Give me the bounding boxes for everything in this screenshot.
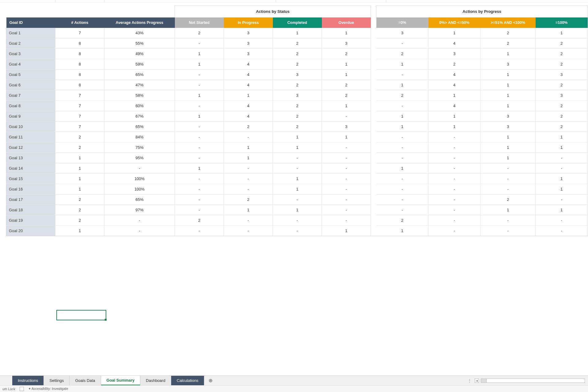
cell-prog-51-99[interactable]: 1 — [481, 101, 536, 111]
cell-prog-0-50[interactable]: - — [428, 132, 481, 142]
cell-completed[interactable]: 1 — [273, 184, 322, 194]
cell-overdue[interactable]: - — [322, 153, 371, 163]
cell-goal-id[interactable]: Goal 13 — [6, 153, 55, 163]
col-header-overdue[interactable]: Overdue — [322, 17, 371, 28]
cell-prog-0-50[interactable]: - — [428, 153, 481, 163]
cell-not-started[interactable]: - — [175, 142, 224, 153]
cell-completed[interactable]: 1 — [273, 28, 322, 38]
cell-prog-0-50[interactable]: - — [428, 163, 481, 174]
cell-goal-id[interactable]: Goal 19 — [6, 215, 55, 226]
cell-in-progress[interactable]: 1 — [224, 153, 273, 163]
cell-prog-0[interactable]: 1 — [376, 80, 428, 90]
cell-in-progress[interactable]: - — [224, 174, 273, 184]
accessibility-status[interactable]: ✦ Accessibility: Investigate — [28, 387, 68, 391]
cell-prog-0-50[interactable]: 4 — [428, 70, 481, 80]
table-row[interactable]: Goal 6847%-4221412 — [6, 80, 588, 90]
table-row[interactable]: Goal 161100%--1----1 — [6, 184, 588, 194]
col-header-not-started[interactable]: Not Started — [175, 17, 224, 28]
table-row[interactable]: Goal 10765%-2231132 — [6, 122, 588, 132]
cell-actions[interactable]: 1 — [55, 174, 104, 184]
cell-overdue[interactable]: 1 — [322, 70, 371, 80]
cell-prog-0[interactable]: - — [376, 142, 428, 153]
cell-overdue[interactable]: - — [322, 163, 371, 174]
cell-in-progress[interactable]: 3 — [224, 28, 273, 38]
col-header-prog-51-99[interactable]: >=51% AND <100% — [481, 17, 536, 28]
cell-goal-id[interactable]: Goal 2 — [6, 38, 55, 49]
cell-goal-id[interactable]: Goal 17 — [6, 194, 55, 205]
cell-completed[interactable]: 1 — [273, 205, 322, 215]
cell-completed[interactable]: 2 — [273, 122, 322, 132]
cell-prog-51-99[interactable]: 2 — [481, 194, 536, 205]
table-row[interactable]: Goal 141-1---1--- — [6, 163, 588, 174]
cell-prog-0[interactable]: - — [376, 205, 428, 215]
cell-actions[interactable]: 2 — [55, 132, 104, 142]
table-row[interactable]: Goal 5865%-431-413 — [6, 70, 588, 80]
cell-actions[interactable]: 7 — [55, 111, 104, 122]
cell-not-started[interactable]: - — [175, 174, 224, 184]
sheet-tab-bar[interactable]: InstructionsSettingsGoals DataGoal Summa… — [0, 375, 588, 385]
cell-not-started[interactable]: 2 — [175, 215, 224, 226]
cell-actions[interactable]: 1 — [55, 226, 104, 236]
cell-prog-100[interactable]: - — [536, 215, 588, 226]
cell-in-progress[interactable]: - — [224, 226, 273, 236]
cell-in-progress[interactable]: 4 — [224, 111, 273, 122]
table-row[interactable]: Goal 18297%-11---11 — [6, 205, 588, 215]
sheet-tab-dashboard[interactable]: Dashboard — [140, 376, 171, 385]
cell-actions[interactable]: 1 — [55, 184, 104, 194]
cell-not-started[interactable]: - — [175, 122, 224, 132]
cell-not-started[interactable]: - — [175, 70, 224, 80]
cell-prog-0-50[interactable]: 4 — [428, 101, 481, 111]
cell-prog-51-99[interactable]: 1 — [481, 132, 536, 142]
cell-not-started[interactable]: - — [175, 38, 224, 49]
cell-prog-0[interactable]: - — [376, 101, 428, 111]
cell-prog-100[interactable]: 2 — [536, 38, 588, 49]
scroll-thumb[interactable] — [481, 379, 487, 383]
cell-actions[interactable]: 8 — [55, 38, 104, 49]
cell-completed[interactable]: 2 — [273, 101, 322, 111]
cell-overdue[interactable]: 1 — [322, 132, 371, 142]
cell-prog-51-99[interactable]: - — [481, 163, 536, 174]
cell-actions[interactable]: 2 — [55, 205, 104, 215]
cell-prog-0-50[interactable]: 4 — [428, 80, 481, 90]
cell-completed[interactable]: 2 — [273, 49, 322, 59]
cell-actions[interactable]: 7 — [55, 101, 104, 111]
col-header-goal-id[interactable]: Goal ID — [6, 17, 55, 28]
cell-prog-0[interactable]: - — [376, 132, 428, 142]
cell-prog-100[interactable]: 3 — [536, 70, 588, 80]
table-row[interactable]: Goal 8760%-421-412 — [6, 101, 588, 111]
cell-prog-0-50[interactable]: 1 — [428, 111, 481, 122]
cell-completed[interactable]: 1 — [273, 142, 322, 153]
cell-prog-0[interactable]: 1 — [376, 163, 428, 174]
cell-prog-100[interactable]: 1 — [536, 174, 588, 184]
cell-goal-id[interactable]: Goal 12 — [6, 142, 55, 153]
table-row[interactable]: Goal 151100%--1----1 — [6, 174, 588, 184]
cell-avg[interactable]: 97% — [104, 205, 175, 215]
cell-overdue[interactable]: - — [322, 215, 371, 226]
table-row[interactable]: Goal 9767%142-1132 — [6, 111, 588, 122]
cell-avg[interactable]: - — [104, 226, 175, 236]
cell-not-started[interactable]: - — [175, 226, 224, 236]
cell-avg[interactable]: 58% — [104, 90, 175, 101]
cell-prog-0[interactable]: 1 — [376, 111, 428, 122]
cell-goal-id[interactable]: Goal 6 — [6, 80, 55, 90]
cell-prog-0[interactable]: - — [376, 184, 428, 194]
table-row[interactable]: Goal 3849%13222312 — [6, 49, 588, 59]
cell-not-started[interactable]: - — [175, 101, 224, 111]
worksheet-area[interactable]: Actions by Status Actions by Progress Go… — [6, 6, 582, 236]
cell-avg[interactable]: 55% — [104, 38, 175, 49]
cell-in-progress[interactable]: - — [224, 163, 273, 174]
cell-prog-0[interactable]: - — [376, 194, 428, 205]
col-header-prog-100[interactable]: =100% — [536, 17, 588, 28]
cell-goal-id[interactable]: Goal 11 — [6, 132, 55, 142]
cell-not-started[interactable]: 1 — [175, 59, 224, 70]
cell-in-progress[interactable]: 1 — [224, 90, 273, 101]
sheet-tab-settings[interactable]: Settings — [44, 376, 70, 385]
cell-prog-51-99[interactable]: 2 — [481, 38, 536, 49]
add-sheet-button[interactable]: ⊕ — [204, 376, 217, 385]
cell-prog-51-99[interactable]: 1 — [481, 70, 536, 80]
cell-prog-0[interactable]: - — [376, 38, 428, 49]
cell-in-progress[interactable]: 2 — [224, 122, 273, 132]
cell-not-started[interactable]: 1 — [175, 163, 224, 174]
cell-prog-100[interactable]: - — [536, 226, 588, 236]
cell-overdue[interactable]: - — [322, 194, 371, 205]
